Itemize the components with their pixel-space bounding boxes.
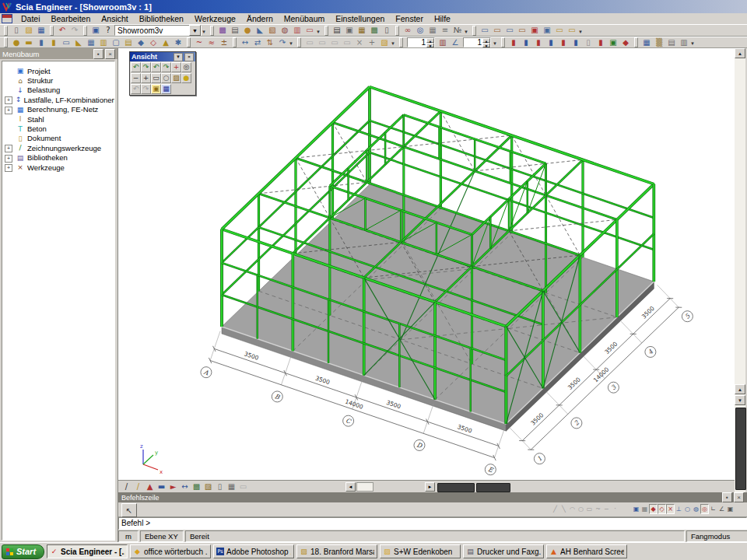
tree-item-berechnung-fe-netz[interactable]: +▦Berechnung, FE-Netz [2,105,114,114]
task-office-w-rterbuch[interactable]: ◆office wörterbuch ... [130,544,211,558]
task-18-branford-marsa[interactable]: ▨18. Branford Marsa... [296,544,377,558]
scroll-up-icon[interactable]: ▲ [735,48,745,58]
load-case-8-icon[interactable]: ▮ [594,37,607,48]
model-viewport[interactable]: 350035003500350014000ABCDE35003500350035… [118,48,735,480]
undo-icon[interactable]: ↶ [56,25,68,36]
layout-window-2-icon[interactable]: ▭ [491,25,503,36]
redo-icon[interactable]: ↷ [68,25,81,36]
toolbar-grip[interactable] [501,37,505,47]
scrollbar-track[interactable] [356,482,374,492]
picture-gallery-icon[interactable]: ▦ [356,25,368,36]
scrollbar-thumb[interactable] [476,483,510,492]
toolbar-overflow-icon[interactable]: ▼ [690,41,696,47]
print-icon[interactable]: ▤ [331,25,343,36]
wall-tool-icon[interactable]: ▥ [97,37,110,48]
unit-indicator[interactable]: m [118,530,139,542]
frame-manager-icon[interactable]: ▭ [303,25,316,36]
pin-icon[interactable]: ▪ [93,49,103,59]
open-small-icon[interactable]: ▨ [378,37,391,48]
selection-cursor-icon[interactable]: ↖ [121,503,137,517]
start-button[interactable]: Start [2,544,44,559]
draw-line-icon[interactable]: ╱ [551,504,559,514]
array-tool-icon[interactable]: ⇅ [264,37,276,48]
doc-tool-icon[interactable]: ▯ [214,481,226,492]
toolbar-overflow-icon[interactable]: ▼ [289,41,295,47]
toolbar-overflow-icon[interactable]: ▼ [316,30,322,36]
axis-tool-icon[interactable]: + [366,37,378,48]
project-combo[interactable]: Showroom3v ▼ [114,25,202,36]
layout-window-5-icon[interactable]: ▣ [528,25,541,36]
activity-filter-4-icon[interactable]: ▭ [341,37,353,48]
copy-properties-icon[interactable]: ▧ [266,25,279,36]
gallery-icon[interactable]: ▥ [291,25,303,36]
activity-filter-2-icon[interactable]: ▭ [316,37,328,48]
move-tool-icon[interactable]: ↔ [239,37,251,48]
opening-tool-icon[interactable]: ▢ [110,37,122,48]
spin-down-icon[interactable]: ▼ [482,43,490,47]
paperspace-icon[interactable]: ▩ [368,25,381,36]
snap-settings-icon[interactable]: ▣ [632,504,640,514]
load-case-1-icon[interactable]: ▮ [507,37,520,48]
layout-window-3-icon[interactable]: ▭ [503,25,516,36]
flag-tool-icon[interactable]: ► [167,481,179,492]
wireframe-mode-icon[interactable]: ▦ [161,84,171,94]
level-spinner[interactable]: 1 ▲▼ [463,37,491,47]
expand-icon[interactable]: + [5,164,12,172]
draw-segment-icon[interactable]: ─ [602,504,611,514]
load-case-7-icon[interactable]: ▯ [582,37,594,48]
tree-item-dokument[interactable]: ▯Dokument [2,134,114,143]
menu-ndern[interactable]: Ändern [241,14,279,24]
help-icon[interactable]: ? [102,25,114,36]
layout-window-8-icon[interactable]: ▭ [566,25,578,36]
load-case-6-icon[interactable]: ▮ [570,37,582,48]
rotate-right-icon[interactable]: ↷ [141,62,151,72]
layout-window-6-icon[interactable]: ▣ [541,25,553,36]
table-input-icon[interactable]: ▦ [426,25,439,36]
rotate-tool-icon[interactable]: ↷ [276,37,289,48]
beam-tool-icon[interactable]: ▬ [23,37,35,48]
zoom-cursor-icon[interactable]: ◎ [181,62,191,72]
angle-snap-icon[interactable]: ∠ [717,504,726,514]
tree-item-stahl[interactable]: IStahl [2,114,114,124]
zoom-all-icon[interactable]: ○ [161,73,171,83]
title-bar[interactable]: Scia Engineer - [Showroom3v : 1] [0,0,747,13]
toolbar-overflow-icon[interactable]: ▼ [202,30,208,36]
print-preview-icon[interactable]: ▣ [343,25,356,36]
intersection-snap-icon[interactable]: × [666,504,675,514]
truss-link-tool-icon[interactable]: ◆ [135,37,147,48]
menu-bearbeiten[interactable]: Bearbeiten [46,14,96,24]
tree-item-lastf-lle-lf-kombinationen[interactable]: +↕Lastfälle, LF-Kombinationen [2,95,114,104]
draw-point-icon[interactable]: · [611,504,619,514]
clipping-box-icon[interactable]: ▣ [151,84,161,94]
activity-filter-1-icon[interactable]: ▭ [303,37,316,48]
toolbar-grip[interactable] [50,26,54,36]
tree-item-zeichnungswerkzeuge[interactable]: +/Zeichnungswerkzeuge [2,143,114,152]
table-tool-icon[interactable]: ▦ [226,481,237,492]
pencil-color-icon[interactable]: / [132,481,144,492]
layout-window-1-icon[interactable]: ▭ [479,25,491,36]
rotate-left-icon[interactable]: ↶ [131,62,141,72]
open-folder-icon[interactable]: ▨ [23,25,35,36]
layout-window-7-icon[interactable]: ▭ [553,25,566,36]
tree-item-struktur[interactable]: ⌂Struktur [2,75,114,85]
toolbar-grip[interactable] [395,26,399,36]
close-icon[interactable]: × [734,492,744,502]
toolbar-grip[interactable] [634,37,638,47]
view-palette[interactable]: Ansicht ▼ × ↶↷↶↷+◎ −+▭○▨● ↶↷▣▦ [129,51,196,96]
toolbar-grip[interactable] [472,26,476,36]
load-case-3-icon[interactable]: ▮ [532,37,545,48]
close-icon[interactable]: × [184,53,194,61]
numbering-icon[interactable]: № [451,25,464,36]
project-data-icon[interactable]: ▩ [216,25,229,36]
axonometric-view-icon[interactable]: + [171,62,181,72]
draw-polyline-icon[interactable]: ╲ [559,504,568,514]
scroll-down-icon[interactable]: ▼ [735,395,745,405]
chevron-down-icon[interactable]: ▼ [174,53,183,61]
endpoint-snap-icon[interactable]: ◆ [649,504,658,514]
polyline-tool-icon[interactable]: ~ [193,37,205,48]
task-adobe-photoshop[interactable]: PsAdobe Photoshop ... [213,544,294,558]
save-loads-icon[interactable]: ▦ [640,37,653,48]
expand-icon[interactable]: + [5,96,12,104]
load-case-9-icon[interactable]: ▣ [607,37,619,48]
vertical-scrollbar[interactable]: ▲ ▲ ▼ [735,48,745,492]
